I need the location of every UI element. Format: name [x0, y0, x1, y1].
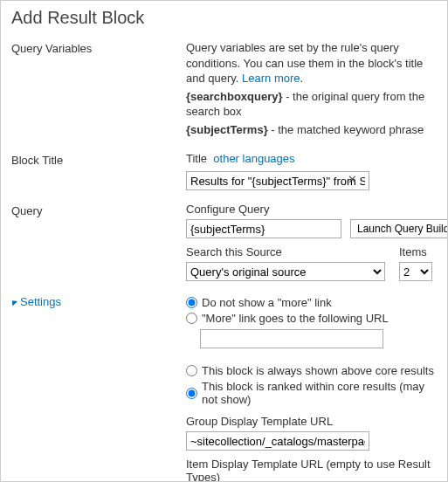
label-block-title: Block Title	[11, 152, 186, 190]
qv-desc: Query variables are set by the rule's qu…	[186, 40, 437, 86]
title-input[interactable]	[186, 171, 369, 190]
settings-toggle[interactable]: Settings	[11, 295, 186, 308]
search-source-label: Search this Source	[186, 245, 282, 258]
title-input-wrap: ✕	[186, 171, 361, 190]
radio-more-url-label: "More" link goes to the following URL	[202, 312, 389, 325]
qv-desc-text: Query variables are set by the rule's qu…	[186, 41, 423, 85]
label-query-variables: Query Variables	[11, 40, 186, 140]
group-template-input[interactable]	[186, 431, 369, 451]
qv-var2-name: {subjectTerms}	[186, 123, 268, 136]
more-url-input[interactable]	[200, 329, 383, 348]
label-query: Query	[11, 203, 186, 281]
title-field-label: Title	[186, 152, 207, 165]
qv-var1: {searchboxquery} - the original query fr…	[186, 89, 437, 120]
section-query: Query Configure Query Launch Query Build…	[11, 203, 437, 281]
qv-desc-period: .	[300, 72, 304, 85]
qv-var2-desc: - the matched keyword phrase	[268, 123, 424, 136]
group-template-label: Group Display Template URL	[186, 415, 333, 428]
radio-no-more-label: Do not show a "more" link	[202, 296, 332, 309]
items-select[interactable]: 2	[399, 262, 432, 281]
chevron-down-icon	[10, 298, 17, 306]
search-source-select[interactable]: Query's original source	[186, 262, 385, 281]
qv-var1-name: {searchboxquery}	[186, 90, 283, 103]
items-label: Items	[399, 245, 427, 258]
launch-query-button[interactable]: Launch Query Builder	[350, 219, 448, 238]
page-title: Add Result Block	[1, 1, 447, 40]
learn-more-link[interactable]: Learn more	[242, 72, 300, 85]
radio-no-more[interactable]	[186, 297, 197, 308]
radio-more-url[interactable]	[186, 313, 197, 324]
configure-query-label: Configure Query	[186, 203, 269, 216]
item-template-label: Item Display Template URL (empty to use …	[186, 458, 437, 482]
section-block-title: Block Title Title other languages ✕	[11, 152, 437, 190]
query-input[interactable]	[186, 219, 341, 238]
close-icon[interactable]: ✕	[348, 173, 357, 186]
radio-always-above[interactable]	[186, 365, 197, 376]
settings-toggle-label: Settings	[20, 295, 61, 308]
radio-ranked-label: This block is ranked within core results…	[202, 380, 437, 406]
radio-ranked[interactable]	[186, 388, 197, 399]
other-languages-link[interactable]: other languages	[213, 152, 294, 165]
section-settings: Settings Do not show a "more" link "More…	[11, 293, 437, 482]
radio-always-above-label: This block is always shown above core re…	[202, 364, 434, 377]
section-query-variables: Query Variables Query variables are set …	[11, 40, 437, 140]
qv-var2: {subjectTerms} - the matched keyword phr…	[186, 122, 437, 138]
